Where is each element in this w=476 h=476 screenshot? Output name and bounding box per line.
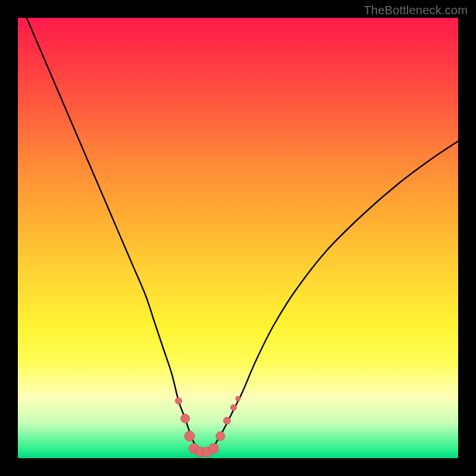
bottleneck-curve-path: [27, 18, 458, 453]
curve-markers: [176, 396, 240, 457]
chart-frame: TheBottleneck.com: [0, 0, 476, 476]
curve-marker: [181, 414, 190, 423]
plot-area: [18, 18, 458, 458]
curve-marker: [176, 397, 182, 404]
watermark-text: TheBottleneck.com: [364, 4, 468, 17]
curve-marker: [236, 396, 240, 401]
curve-marker: [224, 417, 231, 424]
curve-marker: [231, 405, 237, 411]
bottleneck-curve-svg: [18, 18, 458, 458]
curve-marker: [184, 431, 195, 441]
curve-marker: [209, 443, 219, 453]
curve-marker: [216, 432, 225, 441]
